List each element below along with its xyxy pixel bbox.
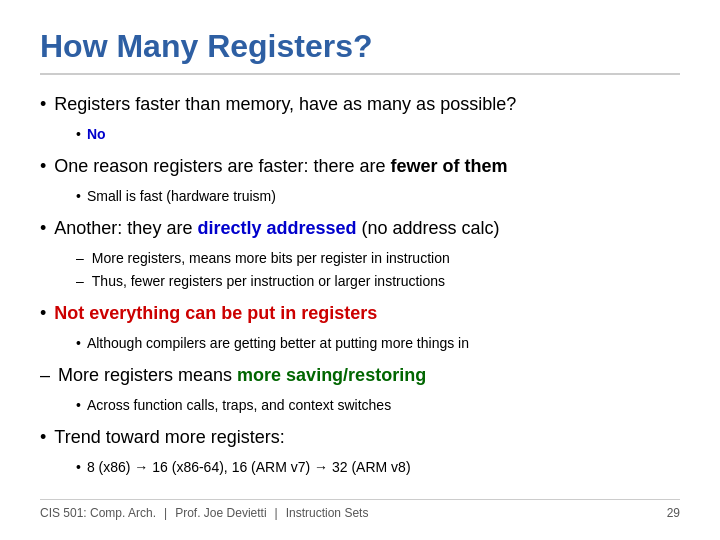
bullet-text: Another: they are directly addressed (no…	[54, 215, 499, 242]
footer-left: CIS 501: Comp. Arch. | Prof. Joe Deviett…	[40, 506, 368, 520]
footer-professor: Prof. Joe Devietti	[175, 506, 266, 520]
bullet-symbol: •	[76, 333, 81, 354]
list-item: • Trend toward more registers: • 8 (x86)…	[40, 424, 680, 478]
list-item: • One reason registers are faster: there…	[40, 153, 680, 207]
bullet-text: Not everything can be put in registers	[54, 300, 377, 327]
bullet-l1: • Registers faster than memory, have as …	[40, 91, 680, 118]
bullet-l1: • Another: they are directly addressed (…	[40, 215, 680, 242]
bullet-text: No	[87, 124, 106, 145]
bullet-l1: • One reason registers are faster: there…	[40, 153, 680, 180]
bullet-symbol: •	[40, 424, 46, 451]
dash-text: More registers, means more bits per regi…	[92, 248, 450, 269]
bullet-l2: • Small is fast (hardware truism)	[76, 186, 680, 207]
dash-item: – More registers, means more bits per re…	[76, 248, 680, 269]
bullet-symbol: •	[40, 300, 46, 327]
bullet-symbol: •	[40, 91, 46, 118]
bullet-symbol: •	[76, 124, 81, 145]
bullet-symbol: •	[40, 153, 46, 180]
bullet-text: 8 (x86) → 16 (x86-64), 16 (ARM v7) → 32 …	[87, 457, 411, 478]
list-item: • Registers faster than memory, have as …	[40, 91, 680, 145]
slide: How Many Registers? • Registers faster t…	[0, 0, 720, 540]
bullet-text: Small is fast (hardware truism)	[87, 186, 276, 207]
bullet-l1: • Not everything can be put in registers	[40, 300, 680, 327]
footer-topic: Instruction Sets	[286, 506, 369, 520]
bullet-l2: • Across function calls, traps, and cont…	[76, 395, 680, 416]
slide-title: How Many Registers?	[40, 28, 680, 75]
bullet-text: Trend toward more registers:	[54, 424, 284, 451]
slide-content: • Registers faster than memory, have as …	[40, 91, 680, 499]
bullet-symbol: •	[76, 395, 81, 416]
list-item: • Not everything can be put in registers…	[40, 300, 680, 354]
footer-course: CIS 501: Comp. Arch.	[40, 506, 156, 520]
bullet-text: Although compilers are getting better at…	[87, 333, 469, 354]
bullet-text: One reason registers are faster: there a…	[54, 153, 507, 180]
bullet-text: More registers means more saving/restori…	[58, 362, 426, 389]
bullet-l1: • Trend toward more registers:	[40, 424, 680, 451]
bullet-l2: • 8 (x86) → 16 (x86-64), 16 (ARM v7) → 3…	[76, 457, 680, 478]
bullet-l1: – More registers means more saving/resto…	[40, 362, 680, 389]
dash-text: Thus, fewer registers per instruction or…	[92, 271, 445, 292]
bullet-l2: • No	[76, 124, 680, 145]
bullet-text: Registers faster than memory, have as ma…	[54, 91, 516, 118]
list-item: • Another: they are directly addressed (…	[40, 215, 680, 292]
bullet-symbol: •	[40, 215, 46, 242]
footer-sep1: |	[164, 506, 167, 520]
dash-sym: –	[76, 248, 84, 269]
dash-sym: –	[76, 271, 84, 292]
footer-page: 29	[667, 506, 680, 520]
bullet-symbol: •	[76, 186, 81, 207]
list-item: – More registers means more saving/resto…	[40, 362, 680, 416]
bullet-l2: • Although compilers are getting better …	[76, 333, 680, 354]
bullet-symbol: –	[40, 362, 50, 389]
footer: CIS 501: Comp. Arch. | Prof. Joe Deviett…	[40, 499, 680, 520]
bullet-symbol: •	[76, 457, 81, 478]
bullet-text: Across function calls, traps, and contex…	[87, 395, 391, 416]
footer-sep2: |	[275, 506, 278, 520]
dash-item: – Thus, fewer registers per instruction …	[76, 271, 680, 292]
